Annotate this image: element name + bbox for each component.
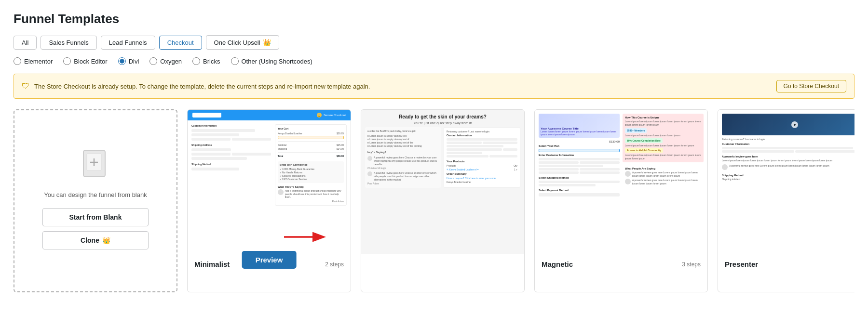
presenter-shipping-text: Shipping info text bbox=[722, 178, 854, 181]
subtotal-label: Subtotal bbox=[278, 144, 286, 146]
preview-button[interactable]: Preview bbox=[242, 251, 297, 269]
presenter-hero: ▶ bbox=[722, 114, 854, 135]
presenter-review2: A powerful review goes here Lorem ipsum … bbox=[722, 164, 854, 170]
total-value: $39.00 bbox=[337, 155, 344, 157]
checkout2-subtitle: You're just one quick step away from it! bbox=[365, 121, 520, 125]
clone-label: Clone bbox=[81, 236, 99, 244]
radio-other[interactable]: Other (Using Shortcodes) bbox=[231, 57, 312, 65]
blank-template-card: You can design the funnel from blank Sta… bbox=[14, 109, 177, 292]
account-field-preview bbox=[191, 133, 239, 136]
radio-bricks[interactable]: Bricks bbox=[192, 57, 220, 65]
magnetic-preview: Your Awesome Course Title Lorem ipsum lo… bbox=[535, 110, 707, 254]
mag-rev2-avatar bbox=[625, 179, 631, 184]
mag-hero: Your Awesome Course Title Lorem ipsum lo… bbox=[539, 114, 620, 138]
tab-one-click-upsell[interactable]: One Click Upsell 👑 bbox=[206, 35, 279, 50]
start-from-blank-button[interactable]: Start from Blank bbox=[42, 208, 149, 226]
city-zip-row bbox=[447, 148, 517, 151]
street-addr bbox=[447, 145, 503, 147]
coupon-field bbox=[278, 136, 344, 139]
mag-plan-input bbox=[539, 149, 620, 152]
cart-item-1-name: Kenya Braided Leather bbox=[278, 132, 302, 135]
radio-block-editor-input[interactable] bbox=[63, 57, 71, 65]
radio-oxygen-input[interactable] bbox=[149, 57, 157, 65]
order-text: u order the BeeHive pack today, here's u… bbox=[367, 130, 438, 133]
zip-f bbox=[447, 152, 482, 154]
lorem-2: n Lorem ipsum is simply dummy text of bbox=[367, 138, 438, 141]
contact-email bbox=[447, 138, 517, 141]
tab-all-label: All bbox=[22, 39, 28, 46]
preview-button-container: Preview bbox=[242, 251, 297, 269]
total-divider bbox=[278, 152, 344, 153]
mag-customer-info-title: Enter Customer Information bbox=[539, 154, 620, 157]
lorem-3: n Lorem ipsum is simply dummy text of th… bbox=[367, 141, 438, 144]
country-f bbox=[447, 155, 488, 157]
mag-right-top: How This Course is Unique Lorem ipsum lo… bbox=[623, 114, 704, 162]
clone-button[interactable]: Clone 👑 bbox=[42, 231, 149, 249]
subtotal-row: Subtotal $25.00 bbox=[278, 144, 344, 146]
mag-course-desc: Lorem ipsum lorem ipsum lorem ipsum lore… bbox=[541, 130, 618, 136]
mag-stat-3: Access to Helpful Community bbox=[625, 148, 701, 153]
product-name: ✎ Kenya Braided Leather ef ✏ bbox=[447, 168, 513, 171]
qty-col: Qty bbox=[514, 164, 517, 167]
mag-testimonials: What People Are Saying A powerful review… bbox=[623, 165, 704, 187]
shipping-label: Shipping bbox=[278, 147, 287, 150]
conf-2: ✓ No Hassle Returns bbox=[280, 171, 342, 174]
minimalist-name: Minimalist bbox=[194, 260, 230, 268]
radio-block-editor-label: Block Editor bbox=[74, 58, 107, 65]
shipping-row: Shipping $14.00 bbox=[278, 147, 344, 150]
mag-city-row bbox=[539, 168, 620, 170]
radio-divi[interactable]: Divi bbox=[118, 57, 139, 65]
st-f bbox=[489, 155, 517, 157]
confidence-title: Shop with Confidence bbox=[280, 163, 342, 166]
radio-divi-input[interactable] bbox=[118, 57, 126, 65]
testimonial-text: Add a testimonial about product should h… bbox=[285, 189, 344, 199]
city-preview bbox=[191, 153, 231, 156]
presenter-rev2-text: A powerful review goes here Lorem ipsum … bbox=[729, 164, 829, 170]
mag-review-1: A powerful review goes here Lorem ipsum … bbox=[625, 171, 701, 177]
mag-stat-1: 3536+ Members bbox=[625, 128, 701, 133]
last-name-preview bbox=[232, 138, 271, 141]
testimonial-item: Add a testimonial about product should h… bbox=[278, 189, 344, 199]
tab-sales-funnels[interactable]: Sales Funnels bbox=[41, 36, 96, 50]
email-field-preview bbox=[191, 129, 255, 132]
page-wrapper: Funnel Templates All Sales Funnels Lead … bbox=[0, 0, 868, 314]
mag-payment-method bbox=[539, 193, 620, 196]
mag-shipping-2 bbox=[539, 184, 596, 186]
conf-4: ✓ 24/7 Customer Service bbox=[280, 178, 342, 181]
radio-block-editor[interactable]: Block Editor bbox=[63, 57, 107, 65]
radio-other-label: Other (Using Shortcodes) bbox=[242, 58, 312, 65]
radio-elementor-input[interactable] bbox=[14, 57, 21, 65]
tab-lead-funnels[interactable]: Lead Funnels bbox=[101, 36, 155, 50]
mag-shipping-title: Select Shipping Method bbox=[539, 176, 620, 179]
mag-right: How This Course is Unique Lorem ipsum lo… bbox=[623, 114, 704, 250]
mag-select-plan-title: Select Your Plan bbox=[539, 144, 620, 147]
presenter-fn bbox=[722, 150, 794, 153]
radio-oxygen[interactable]: Oxygen bbox=[149, 57, 182, 65]
template-card-checkout2: Ready to get the skin of your dreams? Yo… bbox=[361, 109, 525, 292]
mag-city bbox=[539, 168, 579, 170]
state-f bbox=[503, 148, 517, 151]
mag-rev1-avatar bbox=[625, 171, 631, 177]
tab-checkout[interactable]: Checkout bbox=[159, 36, 202, 50]
saying-title: hey're Saying? bbox=[367, 151, 438, 155]
radio-divi-label: Divi bbox=[129, 58, 139, 65]
country-state-row bbox=[447, 155, 517, 157]
testimonial-avatar bbox=[278, 189, 284, 195]
tab-one-click-upsell-label: One Click Upsell bbox=[214, 39, 260, 46]
product-item: ✎ Kenya Braided Leather ef ✏ 1 + bbox=[447, 168, 517, 171]
your-cart-title: Your Cart bbox=[278, 127, 344, 130]
radio-elementor[interactable]: Elementor bbox=[14, 57, 53, 65]
secure-checkout-badge: 🔒 Secure Checkout bbox=[317, 113, 346, 118]
goto-store-checkout-button[interactable]: Go to Store Checkout bbox=[776, 80, 846, 92]
testimonial-author: Paul Adam bbox=[278, 200, 344, 203]
radio-other-input[interactable] bbox=[231, 57, 239, 65]
radio-bricks-input[interactable] bbox=[192, 57, 200, 65]
contact-info-title: Contact Information bbox=[447, 134, 517, 137]
template-card-minimalist: 🔒 Secure Checkout Customer Information bbox=[187, 109, 351, 292]
tab-all[interactable]: All bbox=[14, 36, 37, 50]
mag-s2 bbox=[580, 171, 620, 174]
notice-text: The Store Checkout is already setup. To … bbox=[34, 83, 772, 90]
mag-stat-2: 80% Course Completion Rate bbox=[625, 138, 701, 143]
notice-bar: 🛡 The Store Checkout is already setup. T… bbox=[14, 74, 854, 99]
presenter-name-row bbox=[722, 150, 854, 153]
